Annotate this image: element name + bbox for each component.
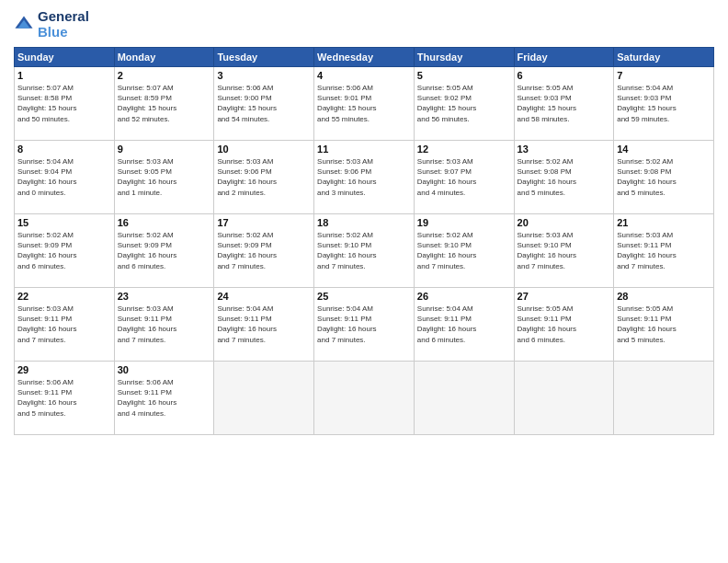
week-row-4: 29Sunrise: 5:06 AM Sunset: 9:11 PM Dayli… bbox=[15, 362, 714, 435]
day-info: Sunrise: 5:04 AM Sunset: 9:11 PM Dayligh… bbox=[417, 304, 511, 345]
day-number: 1 bbox=[17, 70, 111, 81]
day-cell: 13Sunrise: 5:02 AM Sunset: 9:08 PM Dayli… bbox=[514, 141, 614, 214]
day-number: 27 bbox=[518, 291, 611, 302]
day-info: Sunrise: 5:06 AM Sunset: 9:00 PM Dayligh… bbox=[217, 83, 311, 124]
day-number: 15 bbox=[17, 217, 111, 228]
logo-text: General Blue bbox=[38, 9, 89, 40]
col-header-friday: Friday bbox=[514, 48, 614, 67]
calendar-table: SundayMondayTuesdayWednesdayThursdayFrid… bbox=[14, 47, 714, 435]
day-cell: 29Sunrise: 5:06 AM Sunset: 9:11 PM Dayli… bbox=[15, 362, 115, 435]
day-cell: 24Sunrise: 5:04 AM Sunset: 9:11 PM Dayli… bbox=[214, 288, 314, 362]
day-info: Sunrise: 5:05 AM Sunset: 9:03 PM Dayligh… bbox=[518, 83, 611, 124]
day-cell: 17Sunrise: 5:02 AM Sunset: 9:09 PM Dayli… bbox=[214, 214, 314, 288]
day-cell: 16Sunrise: 5:02 AM Sunset: 9:09 PM Dayli… bbox=[114, 214, 214, 288]
day-info: Sunrise: 5:06 AM Sunset: 9:11 PM Dayligh… bbox=[17, 377, 111, 419]
col-header-sunday: Sunday bbox=[15, 48, 115, 67]
week-row-0: 1Sunrise: 5:07 AM Sunset: 8:58 PM Daylig… bbox=[15, 67, 714, 141]
col-header-wednesday: Wednesday bbox=[314, 48, 415, 67]
day-number: 30 bbox=[118, 364, 211, 375]
day-info: Sunrise: 5:04 AM Sunset: 9:03 PM Dayligh… bbox=[617, 83, 711, 124]
day-cell: 20Sunrise: 5:03 AM Sunset: 9:10 PM Dayli… bbox=[514, 214, 614, 288]
day-info: Sunrise: 5:02 AM Sunset: 9:09 PM Dayligh… bbox=[217, 230, 311, 271]
day-number: 29 bbox=[17, 364, 111, 375]
day-cell bbox=[314, 362, 415, 435]
week-row-1: 8Sunrise: 5:04 AM Sunset: 9:04 PM Daylig… bbox=[15, 141, 714, 214]
day-cell: 23Sunrise: 5:03 AM Sunset: 9:11 PM Dayli… bbox=[114, 288, 214, 362]
day-info: Sunrise: 5:06 AM Sunset: 9:11 PM Dayligh… bbox=[118, 377, 211, 419]
day-cell bbox=[414, 362, 514, 435]
logo: General Blue bbox=[14, 9, 89, 40]
day-number: 8 bbox=[17, 144, 111, 155]
day-cell: 11Sunrise: 5:03 AM Sunset: 9:06 PM Dayli… bbox=[314, 141, 415, 214]
day-info: Sunrise: 5:05 AM Sunset: 9:02 PM Dayligh… bbox=[417, 83, 511, 124]
day-cell: 10Sunrise: 5:03 AM Sunset: 9:06 PM Dayli… bbox=[214, 141, 314, 214]
day-cell: 4Sunrise: 5:06 AM Sunset: 9:01 PM Daylig… bbox=[314, 67, 415, 141]
day-cell: 15Sunrise: 5:02 AM Sunset: 9:09 PM Dayli… bbox=[15, 214, 115, 288]
day-info: Sunrise: 5:02 AM Sunset: 9:08 PM Dayligh… bbox=[617, 156, 711, 198]
col-header-tuesday: Tuesday bbox=[214, 48, 314, 67]
day-cell: 7Sunrise: 5:04 AM Sunset: 9:03 PM Daylig… bbox=[614, 67, 714, 141]
day-info: Sunrise: 5:03 AM Sunset: 9:11 PM Dayligh… bbox=[118, 304, 211, 345]
day-number: 11 bbox=[317, 144, 411, 155]
day-number: 25 bbox=[317, 291, 411, 302]
day-number: 17 bbox=[217, 217, 311, 228]
day-number: 26 bbox=[417, 291, 511, 302]
day-info: Sunrise: 5:04 AM Sunset: 9:11 PM Dayligh… bbox=[217, 304, 311, 345]
day-cell: 1Sunrise: 5:07 AM Sunset: 8:58 PM Daylig… bbox=[15, 67, 115, 141]
day-cell: 14Sunrise: 5:02 AM Sunset: 9:08 PM Dayli… bbox=[614, 141, 714, 214]
header-row: SundayMondayTuesdayWednesdayThursdayFrid… bbox=[15, 48, 714, 67]
day-cell: 9Sunrise: 5:03 AM Sunset: 9:05 PM Daylig… bbox=[114, 141, 214, 214]
day-number: 9 bbox=[118, 144, 211, 155]
day-number: 20 bbox=[518, 217, 611, 228]
day-cell: 25Sunrise: 5:04 AM Sunset: 9:11 PM Dayli… bbox=[314, 288, 415, 362]
day-number: 24 bbox=[217, 291, 311, 302]
col-header-thursday: Thursday bbox=[414, 48, 514, 67]
day-cell bbox=[614, 362, 714, 435]
day-cell: 27Sunrise: 5:05 AM Sunset: 9:11 PM Dayli… bbox=[514, 288, 614, 362]
day-info: Sunrise: 5:03 AM Sunset: 9:06 PM Dayligh… bbox=[217, 156, 311, 198]
day-cell: 2Sunrise: 5:07 AM Sunset: 8:59 PM Daylig… bbox=[114, 67, 214, 141]
week-row-3: 22Sunrise: 5:03 AM Sunset: 9:11 PM Dayli… bbox=[15, 288, 714, 362]
day-cell: 5Sunrise: 5:05 AM Sunset: 9:02 PM Daylig… bbox=[414, 67, 514, 141]
day-info: Sunrise: 5:02 AM Sunset: 9:09 PM Dayligh… bbox=[17, 230, 111, 271]
day-cell bbox=[514, 362, 614, 435]
logo-icon bbox=[14, 15, 34, 35]
col-header-monday: Monday bbox=[114, 48, 214, 67]
day-number: 13 bbox=[518, 144, 611, 155]
day-cell: 26Sunrise: 5:04 AM Sunset: 9:11 PM Dayli… bbox=[414, 288, 514, 362]
day-number: 2 bbox=[118, 70, 211, 81]
day-info: Sunrise: 5:06 AM Sunset: 9:01 PM Dayligh… bbox=[317, 83, 411, 124]
day-cell: 6Sunrise: 5:05 AM Sunset: 9:03 PM Daylig… bbox=[514, 67, 614, 141]
day-number: 16 bbox=[118, 217, 211, 228]
day-number: 3 bbox=[217, 70, 311, 81]
day-number: 4 bbox=[317, 70, 411, 81]
week-row-2: 15Sunrise: 5:02 AM Sunset: 9:09 PM Dayli… bbox=[15, 214, 714, 288]
day-number: 5 bbox=[417, 70, 511, 81]
day-number: 10 bbox=[217, 144, 311, 155]
day-info: Sunrise: 5:03 AM Sunset: 9:11 PM Dayligh… bbox=[17, 304, 111, 345]
day-cell bbox=[214, 362, 314, 435]
day-number: 28 bbox=[617, 291, 711, 302]
day-info: Sunrise: 5:02 AM Sunset: 9:10 PM Dayligh… bbox=[317, 230, 411, 271]
day-info: Sunrise: 5:03 AM Sunset: 9:07 PM Dayligh… bbox=[417, 156, 511, 198]
header: General Blue bbox=[14, 9, 714, 40]
day-number: 18 bbox=[317, 217, 411, 228]
day-info: Sunrise: 5:03 AM Sunset: 9:06 PM Dayligh… bbox=[317, 156, 411, 198]
day-number: 19 bbox=[417, 217, 511, 228]
day-cell: 21Sunrise: 5:03 AM Sunset: 9:11 PM Dayli… bbox=[614, 214, 714, 288]
day-info: Sunrise: 5:04 AM Sunset: 9:11 PM Dayligh… bbox=[317, 304, 411, 345]
day-info: Sunrise: 5:02 AM Sunset: 9:10 PM Dayligh… bbox=[417, 230, 511, 271]
day-number: 6 bbox=[518, 70, 611, 81]
day-info: Sunrise: 5:07 AM Sunset: 8:58 PM Dayligh… bbox=[17, 83, 111, 124]
day-cell: 18Sunrise: 5:02 AM Sunset: 9:10 PM Dayli… bbox=[314, 214, 415, 288]
day-info: Sunrise: 5:05 AM Sunset: 9:11 PM Dayligh… bbox=[518, 304, 611, 345]
day-number: 14 bbox=[617, 144, 711, 155]
day-number: 23 bbox=[118, 291, 211, 302]
calendar-page: General Blue SundayMondayTuesdayWednesda… bbox=[0, 0, 728, 563]
day-cell: 3Sunrise: 5:06 AM Sunset: 9:00 PM Daylig… bbox=[214, 67, 314, 141]
day-info: Sunrise: 5:07 AM Sunset: 8:59 PM Dayligh… bbox=[118, 83, 211, 124]
day-info: Sunrise: 5:02 AM Sunset: 9:08 PM Dayligh… bbox=[518, 156, 611, 198]
day-number: 12 bbox=[417, 144, 511, 155]
day-cell: 19Sunrise: 5:02 AM Sunset: 9:10 PM Dayli… bbox=[414, 214, 514, 288]
day-info: Sunrise: 5:05 AM Sunset: 9:11 PM Dayligh… bbox=[617, 304, 711, 345]
